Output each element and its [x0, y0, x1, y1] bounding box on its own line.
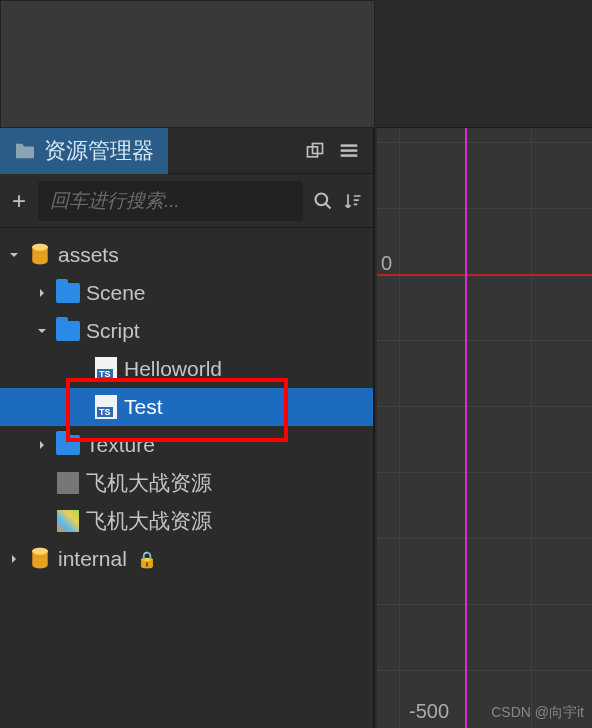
typescript-icon: [95, 357, 117, 381]
tree-folder-texture[interactable]: Texture: [0, 426, 373, 464]
tree-file-helloworld[interactable]: Helloworld: [0, 350, 373, 388]
folder-icon: [56, 435, 80, 455]
folder-icon: [56, 321, 80, 341]
chevron-down-icon: [6, 250, 22, 260]
tree-file-test[interactable]: Test: [0, 388, 373, 426]
tree-label: Texture: [86, 433, 155, 457]
chevron-right-icon: [6, 554, 22, 564]
atlas-icon: [57, 510, 79, 532]
sort-icon[interactable]: [343, 191, 363, 211]
assets-toolbar: + 回车进行搜索...: [0, 174, 373, 228]
tree-asset-plane-resource-1[interactable]: 飞机大战资源: [0, 464, 373, 502]
search-input[interactable]: 回车进行搜索...: [38, 181, 303, 221]
typescript-icon: [95, 395, 117, 419]
chevron-down-icon: [34, 326, 50, 336]
coord-origin-label: 0: [381, 252, 392, 275]
tree-label: internal: [58, 547, 127, 571]
folder-icon: [14, 142, 36, 160]
assets-tab-label: 资源管理器: [44, 136, 154, 166]
coord-lower-label: -500: [409, 700, 449, 723]
lock-icon: 🔒: [137, 550, 157, 569]
menu-icon[interactable]: [339, 141, 359, 161]
add-asset-button[interactable]: +: [10, 187, 28, 215]
search-icon[interactable]: [313, 191, 333, 211]
tree-folder-assets[interactable]: assets: [0, 236, 373, 274]
svg-line-6: [326, 203, 331, 208]
tree-label: Test: [124, 395, 163, 419]
assets-panel: 资源管理器 + 回车进行搜索... assets: [0, 0, 375, 728]
tree-folder-script[interactable]: Script: [0, 312, 373, 350]
database-icon: [28, 547, 52, 571]
tree-label: Script: [86, 319, 140, 343]
assets-tab[interactable]: 资源管理器: [0, 128, 168, 174]
chevron-right-icon: [34, 288, 50, 298]
tree-label: Helloworld: [124, 357, 222, 381]
svg-rect-3: [341, 149, 358, 152]
tree-folder-internal[interactable]: internal 🔒: [0, 540, 373, 578]
svg-rect-2: [341, 144, 358, 147]
axis-x: [377, 274, 592, 276]
texture-icon: [57, 472, 79, 494]
svg-point-8: [32, 244, 47, 251]
upper-empty-panel: [0, 0, 375, 128]
popout-icon[interactable]: [305, 141, 325, 161]
tree-label: Scene: [86, 281, 146, 305]
panel-tab-bar: 资源管理器: [0, 128, 373, 174]
watermark-text: CSDN @向宇it: [491, 704, 584, 722]
svg-point-5: [316, 193, 328, 205]
folder-icon: [56, 283, 80, 303]
chevron-right-icon: [34, 440, 50, 450]
svg-point-10: [32, 548, 47, 555]
assets-tree: assets Scene Script Helloworld Test Text…: [0, 228, 373, 578]
tree-folder-scene[interactable]: Scene: [0, 274, 373, 312]
tree-label: assets: [58, 243, 119, 267]
scene-top-dark: [377, 0, 592, 128]
tree-label: 飞机大战资源: [86, 507, 212, 535]
search-placeholder-text: 回车进行搜索...: [50, 188, 180, 214]
svg-rect-4: [341, 154, 358, 157]
database-icon: [28, 243, 52, 267]
tree-label: 飞机大战资源: [86, 469, 212, 497]
tree-asset-plane-resource-2[interactable]: 飞机大战资源: [0, 502, 373, 540]
